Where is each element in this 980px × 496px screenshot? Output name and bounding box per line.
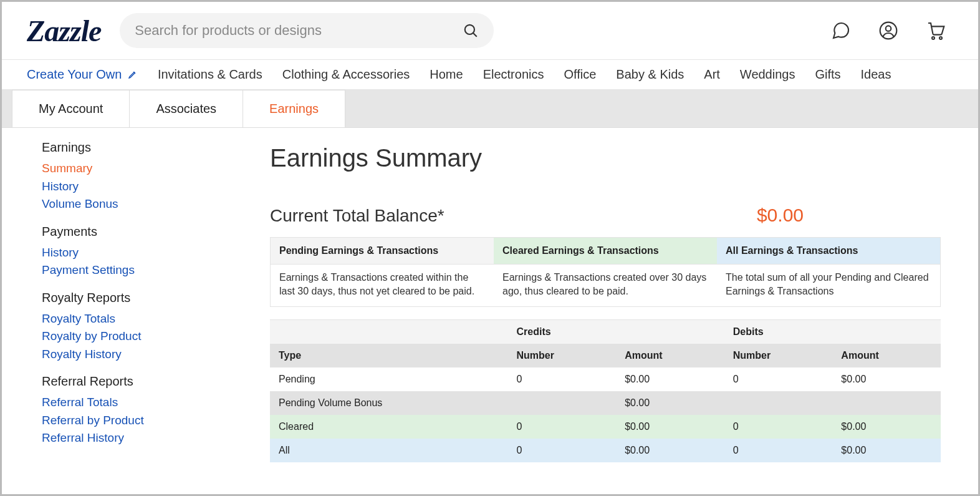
nav-item-office[interactable]: Office [564,67,596,82]
legend: Pending Earnings & Transactions Earnings… [270,237,941,307]
nav-create-your-own[interactable]: Create Your Own [27,67,138,82]
chat-icon[interactable] [831,21,851,41]
cell-type: Pending Volume Bonus [270,391,508,415]
th-type: Type [270,344,508,367]
header-icons [831,21,946,41]
nav-item-art[interactable]: Art [704,67,720,82]
balance-value: $0.00 [757,205,804,226]
svg-line-1 [473,33,477,37]
cell-credits-amt: $0.00 [616,415,724,439]
nav-item-clothing[interactable]: Clothing & Accessories [282,67,410,82]
nav-item-ideas[interactable]: Ideas [861,67,891,82]
nav-item-home[interactable]: Home [430,67,463,82]
th-debits: Debits [724,320,941,344]
sidebar-link-volume-bonus[interactable]: Volume Bonus [42,195,226,213]
cell-credits-num [508,391,617,415]
search-input[interactable] [135,22,456,39]
header: Zazzle [2,2,978,60]
sidebar-group-payments: Payments [42,225,226,239]
tab-associates[interactable]: Associates [129,90,243,127]
cell-debits-num [724,391,833,415]
cell-type: All [270,439,508,462]
th-credits-number: Number [508,344,617,367]
search-box[interactable] [120,13,494,48]
balance-label: Current Total Balance* [270,206,444,226]
pencil-icon [128,69,138,79]
cell-credits-amt: $0.00 [616,367,724,391]
sidebar-link-payment-settings[interactable]: Payment Settings [42,261,226,280]
cell-debits-amt: $0.00 [832,415,941,439]
sidebar-link-royalty-by-product[interactable]: Royalty by Product [42,328,226,346]
sidebar-link-referral-history[interactable]: Referral History [42,429,226,447]
sidebar-link-referral-by-product[interactable]: Referral by Product [42,412,226,430]
sidebar-link-history[interactable]: History [42,178,226,196]
logo[interactable]: Zazzle [27,14,101,48]
cell-credits-amt: $0.00 [616,439,724,462]
svg-point-5 [939,37,942,39]
page-title: Earnings Summary [270,144,941,172]
svg-point-3 [886,26,891,31]
tab-my-account[interactable]: My Account [12,90,130,127]
nav-item-invitations[interactable]: Invitations & Cards [158,67,262,82]
table-row: All 0 $0.00 0 $0.00 [270,439,941,462]
sidebar: Earnings Summary History Volume Bonus Pa… [2,133,226,462]
table-row: Pending 0 $0.00 0 $0.00 [270,367,941,391]
legend-body-cleared: Earnings & Transactions created over 30 … [494,264,717,306]
sidebar-link-summary[interactable]: Summary [42,160,226,178]
cell-credits-num: 0 [508,439,617,462]
sidebar-group-royalty: Royalty Reports [42,291,226,305]
legend-head-pending: Pending Earnings & Transactions [271,238,494,264]
table-row: Cleared 0 $0.00 0 $0.00 [270,415,941,439]
account-tabs: My Account Associates Earnings [2,90,978,128]
cell-credits-num: 0 [508,415,617,439]
th-credits-amount: Amount [616,344,724,367]
svg-point-0 [465,25,474,34]
cell-debits-num: 0 [724,367,833,391]
cell-type: Pending [270,367,508,391]
cell-debits-num: 0 [724,415,833,439]
cart-icon[interactable] [926,21,946,41]
th-debits-amount: Amount [832,344,941,367]
sidebar-link-referral-totals[interactable]: Referral Totals [42,394,226,412]
th-credits: Credits [508,320,724,344]
th-debits-number: Number [724,344,833,367]
nav-item-gifts[interactable]: Gifts [815,67,840,82]
tab-earnings[interactable]: Earnings [243,90,345,127]
main-nav: Create Your Own Invitations & Cards Clot… [2,60,978,90]
cell-debits-amt: $0.00 [832,439,941,462]
cell-debits-num: 0 [724,439,833,462]
cell-type: Cleared [270,415,508,439]
nav-item-baby-kids[interactable]: Baby & Kids [616,67,684,82]
cell-credits-amt: $0.00 [616,391,724,415]
cell-debits-amt [832,391,941,415]
legend-head-cleared: Cleared Earnings & Transactions [494,238,717,264]
content: Earnings Summary Current Total Balance* … [226,133,978,462]
sidebar-group-referral: Referral Reports [42,374,226,389]
sidebar-link-royalty-history[interactable]: Royalty History [42,346,226,364]
sidebar-link-royalty-totals[interactable]: Royalty Totals [42,310,226,328]
legend-head-all: All Earnings & Transactions [717,238,940,264]
earnings-table: Credits Debits Type Number Amount Number… [270,319,941,462]
sidebar-group-earnings: Earnings [42,140,226,155]
sidebar-link-payments-history[interactable]: History [42,244,226,262]
legend-body-pending: Earnings & Transactions created within t… [271,264,494,306]
user-icon[interactable] [878,21,898,41]
search-icon[interactable] [463,22,479,39]
nav-item-electronics[interactable]: Electronics [483,67,544,82]
balance-row: Current Total Balance* $0.00 [270,205,941,226]
table-row: Pending Volume Bonus $0.00 [270,391,941,415]
cell-credits-num: 0 [508,367,617,391]
nav-item-weddings[interactable]: Weddings [740,67,795,82]
legend-body-all: The total sum of all your Pending and Cl… [717,264,940,306]
svg-point-4 [932,37,934,39]
cell-debits-amt: $0.00 [832,367,941,391]
